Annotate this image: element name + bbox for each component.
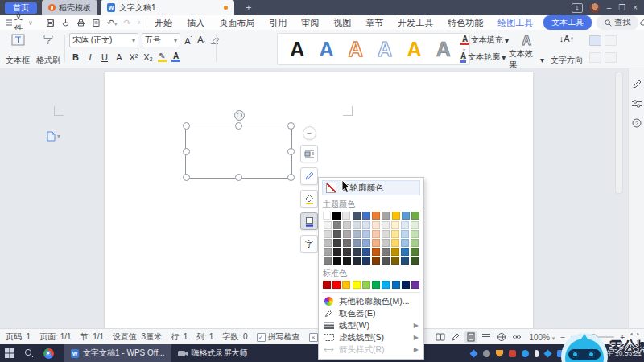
privacy-eye-icon[interactable]	[483, 350, 490, 357]
standard-color-swatch[interactable]	[392, 281, 400, 289]
menu-tab[interactable]: 查找	[597, 15, 638, 30]
resize-handle-nw[interactable]	[183, 122, 190, 130]
tint-color-swatch[interactable]	[411, 257, 419, 265]
menu-tab[interactable]: 页面布局	[212, 17, 262, 29]
status-item[interactable]: 行: 1	[171, 331, 188, 343]
tint-color-swatch[interactable]	[401, 221, 409, 229]
status-item[interactable]: 页面: 1/1	[39, 331, 71, 343]
bluetooth-icon[interactable]	[543, 349, 551, 357]
security-shield-icon[interactable]	[496, 350, 503, 357]
menu-tab[interactable]: 开始	[147, 17, 180, 29]
text-outline-button[interactable]: A 文本轮廓▾	[460, 51, 506, 63]
bullet-list-icon[interactable]	[221, 35, 232, 45]
restore-button[interactable]: ❐	[618, 3, 625, 12]
status-item[interactable]: 页码: 1	[6, 331, 31, 343]
rotate-handle[interactable]	[234, 110, 245, 121]
tint-color-swatch[interactable]	[411, 239, 419, 247]
style-quick-button[interactable]: ▾	[47, 131, 60, 142]
write-view-icon[interactable]	[449, 331, 462, 343]
tint-color-swatch[interactable]	[391, 230, 399, 238]
decrease-indent-icon[interactable]	[254, 35, 266, 45]
print-icon[interactable]	[76, 19, 85, 27]
status-item[interactable]: ✓拼写检查	[257, 331, 300, 343]
standard-color-swatch[interactable]	[342, 281, 350, 289]
selected-rectangle-shape[interactable]	[185, 125, 292, 179]
standard-color-swatch[interactable]	[411, 281, 419, 289]
resize-handle-w[interactable]	[183, 148, 190, 155]
page-view-icon[interactable]	[464, 331, 477, 343]
standard-color-swatch[interactable]	[332, 281, 341, 289]
tint-color-swatch[interactable]	[382, 230, 390, 238]
tint-color-swatch[interactable]	[382, 239, 390, 247]
tint-color-swatch[interactable]	[411, 221, 419, 229]
tint-color-swatch[interactable]	[324, 239, 332, 247]
document-tab[interactable]: W 文字文稿1	[101, 0, 234, 15]
tint-color-swatch[interactable]	[333, 257, 341, 265]
standard-color-swatch[interactable]	[402, 281, 410, 289]
popup-menu-item[interactable]: 其他轮廓颜色(M)...	[322, 295, 420, 307]
outline-view-icon[interactable]	[480, 331, 493, 343]
standard-color-swatch[interactable]	[362, 281, 370, 289]
tint-color-swatch[interactable]	[401, 239, 409, 247]
tint-color-swatch[interactable]	[362, 230, 370, 238]
tint-color-swatch[interactable]	[391, 248, 399, 256]
popup-menu-item[interactable]: 虚线线型(S)▶	[322, 331, 420, 343]
tint-color-swatch[interactable]	[401, 248, 409, 256]
status-item[interactable]: 字数: 0	[222, 331, 247, 343]
menu-tab[interactable]: 插入	[180, 17, 212, 29]
standard-color-swatch[interactable]	[382, 281, 390, 289]
tint-color-swatch[interactable]	[362, 248, 370, 256]
minimize-button[interactable]: –	[607, 3, 612, 12]
wordart-preset[interactable]: A	[319, 39, 333, 60]
zoom-level[interactable]: 100% ▾	[529, 333, 555, 342]
adjust-sliders-icon[interactable]	[632, 100, 642, 108]
tint-color-swatch[interactable]	[343, 257, 351, 265]
wrap-layout-button[interactable]	[300, 145, 318, 162]
status-item[interactable]: 列: 1	[196, 331, 213, 343]
highlight-color-button[interactable]: ✎	[158, 52, 167, 62]
wordart-preset[interactable]: A	[436, 39, 451, 60]
style-brush-button[interactable]	[300, 167, 318, 185]
status-item[interactable]: 节: 1/1	[80, 331, 104, 343]
tint-color-swatch[interactable]	[324, 221, 332, 229]
tint-color-swatch[interactable]	[343, 248, 351, 256]
tint-color-swatch[interactable]	[333, 239, 341, 247]
menu-tab[interactable]: 引用	[262, 17, 294, 29]
tint-color-swatch[interactable]	[372, 248, 380, 256]
mic-icon[interactable]	[535, 350, 539, 357]
menu-tab[interactable]: 特色功能	[440, 17, 490, 29]
format-painter-button[interactable]: 格式刷	[34, 32, 63, 68]
tint-color-swatch[interactable]	[362, 221, 370, 229]
tint-color-swatch[interactable]	[343, 230, 351, 238]
tint-color-swatch[interactable]	[391, 257, 399, 265]
avatar[interactable]	[590, 3, 600, 13]
wordart-preset[interactable]: A	[349, 39, 363, 60]
textbox-button[interactable]: 文本框	[3, 32, 32, 68]
preview-icon[interactable]	[92, 19, 101, 27]
standard-color-swatch[interactable]	[353, 281, 361, 289]
tint-color-swatch[interactable]	[353, 257, 361, 265]
clear-format-icon[interactable]	[209, 35, 220, 45]
tint-color-swatch[interactable]	[353, 230, 361, 238]
tint-color-swatch[interactable]	[411, 248, 419, 256]
messenger-icon[interactable]	[522, 350, 529, 357]
tint-color-swatch[interactable]	[411, 230, 419, 238]
menu-tab[interactable]: 开发工具	[390, 17, 440, 29]
tint-color-swatch[interactable]	[372, 230, 380, 238]
tint-color-swatch[interactable]	[382, 257, 390, 265]
tint-color-swatch[interactable]	[372, 221, 380, 229]
menu-tab[interactable]: 文本工具	[543, 15, 592, 30]
tint-color-swatch[interactable]	[324, 257, 332, 265]
web-view-icon[interactable]	[495, 331, 508, 343]
shape-fill-button[interactable]	[300, 190, 318, 208]
redo-icon[interactable]: ↷	[124, 18, 131, 28]
tint-color-swatch[interactable]	[382, 221, 390, 229]
standard-color-swatch[interactable]	[372, 281, 380, 289]
new-tab-button[interactable]: +	[246, 2, 252, 14]
tint-color-swatch[interactable]	[391, 239, 399, 247]
theme-color-swatch[interactable]	[332, 212, 341, 220]
no-outline-color-item[interactable]: 无轮廓颜色	[322, 180, 420, 195]
vertical-scrollbar[interactable]	[615, 72, 623, 194]
menu-tab[interactable]: 视图	[326, 17, 358, 29]
tint-color-swatch[interactable]	[372, 239, 380, 247]
